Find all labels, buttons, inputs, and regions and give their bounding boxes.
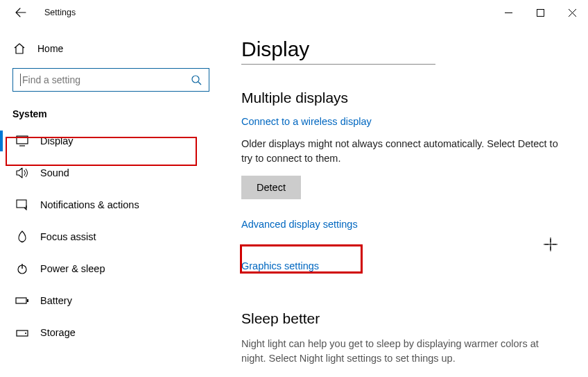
nav-item-focus-assist[interactable]: Focus assist: [12, 221, 209, 253]
nav-label: Focus assist: [40, 231, 96, 242]
arrow-left-icon: [15, 7, 26, 18]
focus-assist-icon: [15, 231, 29, 243]
title-underline: [241, 64, 435, 65]
search-placeholder: Find a setting: [22, 74, 191, 85]
svg-rect-6: [27, 299, 28, 302]
window-controls: [492, 1, 588, 24]
nav-item-battery[interactable]: Battery: [12, 285, 209, 317]
maximize-button[interactable]: [524, 1, 556, 24]
minimize-icon: [505, 9, 512, 17]
notifications-icon: [15, 199, 29, 210]
power-icon: [15, 262, 29, 275]
titlebar: Settings: [0, 0, 588, 25]
close-button[interactable]: [556, 1, 588, 24]
multiple-displays-heading: Multiple displays: [241, 90, 560, 106]
detect-button-label: Detect: [257, 182, 286, 193]
nav-item-sound[interactable]: Sound: [12, 157, 209, 189]
svg-point-1: [192, 76, 199, 83]
nav-label: Power & sleep: [40, 263, 105, 274]
sidebar: Home Find a setting System Display Sound: [0, 25, 222, 377]
sleep-better-description: Night light can help you get to sleep by…: [241, 337, 560, 366]
back-button[interactable]: [12, 4, 29, 21]
close-icon: [569, 9, 576, 17]
svg-point-8: [25, 333, 26, 334]
display-icon: [15, 135, 29, 146]
svg-rect-2: [17, 136, 28, 144]
detect-description: Older displays might not always connect …: [241, 137, 560, 166]
search-icon: [191, 74, 202, 85]
storage-icon: [15, 328, 29, 337]
nav-item-notifications[interactable]: Notifications & actions: [12, 189, 209, 221]
main-content: Display Multiple displays Connect to a w…: [222, 25, 588, 377]
home-icon: [12, 42, 26, 55]
graphics-settings-link[interactable]: Graphics settings: [241, 260, 319, 271]
battery-icon: [15, 296, 29, 305]
home-label: Home: [37, 43, 63, 54]
nav-item-display[interactable]: Display: [12, 125, 209, 157]
nav-item-power-sleep[interactable]: Power & sleep: [12, 253, 209, 285]
advanced-display-link[interactable]: Advanced display settings: [241, 219, 358, 230]
svg-rect-5: [16, 298, 26, 303]
nav-label: Notifications & actions: [40, 199, 139, 210]
detect-button[interactable]: Detect: [241, 176, 301, 199]
minimize-button[interactable]: [492, 1, 524, 24]
nav-label: Display: [40, 135, 74, 146]
text-caret: [20, 74, 21, 86]
home-nav[interactable]: Home: [12, 35, 209, 62]
search-input[interactable]: Find a setting: [12, 68, 209, 92]
sound-icon: [15, 167, 29, 178]
nav-item-storage[interactable]: Storage: [12, 317, 209, 349]
nav-label: Sound: [40, 167, 69, 178]
category-heading: System: [12, 108, 209, 119]
nav-label: Storage: [40, 327, 76, 338]
sleep-better-heading: Sleep better: [241, 310, 560, 327]
maximize-icon: [537, 9, 544, 17]
svg-rect-3: [17, 200, 26, 208]
page-title: Display: [241, 37, 560, 61]
connect-wireless-link[interactable]: Connect to a wireless display: [241, 116, 372, 127]
svg-rect-0: [537, 9, 544, 16]
window-title: Settings: [44, 8, 76, 17]
nav-label: Battery: [40, 295, 72, 306]
